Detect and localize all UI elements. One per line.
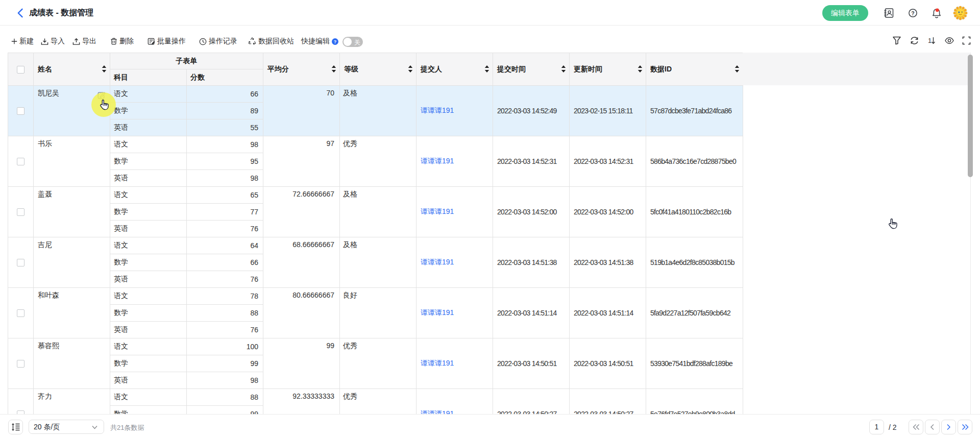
svg-text:?: ? [334, 39, 337, 44]
svg-text:1: 1 [928, 37, 932, 44]
svg-text:?: ? [911, 10, 914, 16]
